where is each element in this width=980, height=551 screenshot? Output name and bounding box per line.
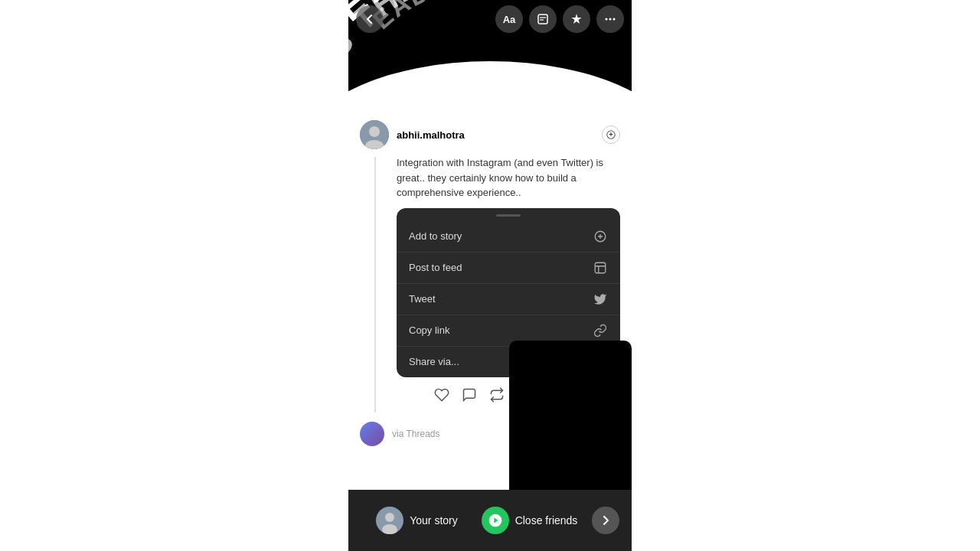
your-story-avatar: [376, 507, 403, 534]
threads-badge: [602, 126, 620, 144]
add-story-icon: [593, 229, 608, 244]
next-button[interactable]: [592, 507, 619, 534]
svg-rect-17: [595, 262, 606, 273]
your-story-label: Your story: [410, 514, 458, 527]
via-text: via Threads: [392, 429, 439, 439]
tweet-icon: [593, 292, 608, 307]
share-add-story[interactable]: Add to story: [397, 221, 620, 253]
svg-marker-21: [518, 388, 531, 400]
post-container: abhii.malhotra Integration with Instagra…: [348, 111, 632, 412]
post-content: Integration with Instagram (and even Twi…: [397, 155, 620, 403]
menu-handle: [496, 214, 521, 217]
bookmark-button[interactable]: [516, 386, 533, 403]
share-menu: Add to story Post to feed Tweet: [397, 208, 620, 377]
copy-link-icon: [593, 323, 608, 338]
your-story-button[interactable]: Your story: [361, 507, 473, 534]
copy-link-label: Copy link: [409, 324, 449, 336]
toolbar-right: Aa: [495, 5, 624, 33]
post-header: abhii.malhotra: [360, 120, 620, 149]
share-post-feed[interactable]: Post to feed: [397, 253, 620, 284]
comment-button[interactable]: [461, 386, 478, 403]
post-feed-icon: [593, 260, 608, 276]
add-story-label: Add to story: [409, 230, 462, 242]
user-avatar: [360, 120, 389, 149]
sticker-button[interactable]: [563, 5, 590, 33]
svg-text:THREADS: THREADS: [568, 456, 632, 490]
phone-container: THREADS S THREADS EAD Aa: [348, 0, 632, 551]
username: abhii.malhotra: [397, 129, 594, 141]
like-button[interactable]: [433, 386, 450, 403]
font-button[interactable]: Aa: [495, 5, 523, 33]
caption-button[interactable]: [529, 5, 557, 33]
svg-rect-5: [538, 15, 547, 24]
svg-point-12: [369, 126, 380, 137]
share-via-icon: [593, 354, 608, 370]
svg-point-26: [385, 513, 394, 522]
back-button[interactable]: [356, 5, 384, 33]
svg-point-10: [613, 18, 616, 21]
repost-button[interactable]: [488, 386, 505, 403]
post-feed-label: Post to feed: [409, 262, 462, 273]
svg-text:HREAD: HREAD: [578, 483, 632, 490]
share-tweet[interactable]: Tweet: [397, 284, 620, 315]
share-via-label: Share via...: [409, 356, 459, 367]
tweet-label: Tweet: [409, 293, 436, 305]
svg-point-8: [606, 18, 608, 21]
share-copy-link[interactable]: Copy link: [397, 315, 620, 347]
bottom-bar: Your story Close friends: [348, 490, 632, 551]
svg-point-9: [609, 18, 612, 21]
post-text: Integration with Instagram (and even Twi…: [397, 155, 620, 201]
reply-avatar: [360, 422, 384, 446]
more-button[interactable]: [596, 5, 624, 33]
top-toolbar: Aa: [348, 0, 632, 38]
action-icons: [433, 386, 620, 403]
share-via[interactable]: Share via...: [397, 347, 620, 377]
close-friends-button[interactable]: Close friends: [473, 507, 586, 534]
content-area: abhii.malhotra Integration with Instagra…: [348, 111, 632, 490]
close-friends-label: Close friends: [515, 514, 578, 527]
via-section: via Threads: [348, 412, 632, 452]
close-friends-icon: [482, 507, 509, 534]
thread-line: [374, 157, 376, 412]
